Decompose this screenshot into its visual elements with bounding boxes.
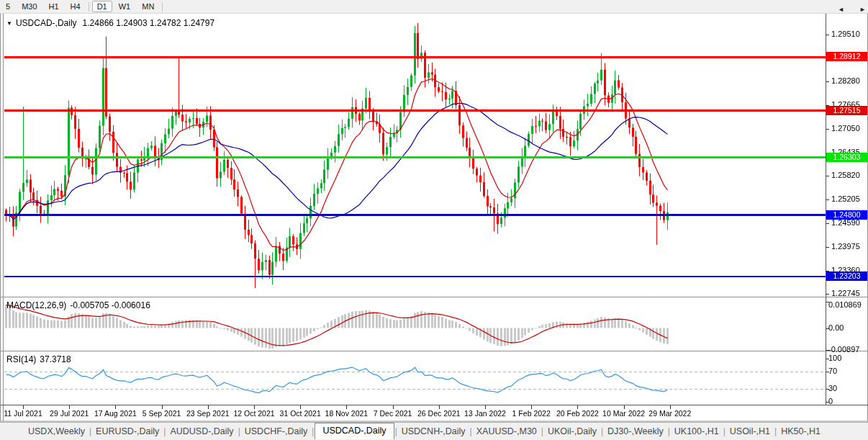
tab-dj30-weekly[interactable]: DJ30-,Weekly xyxy=(604,424,667,439)
price-tag-support-upper: 1.24800 xyxy=(826,210,867,220)
timeframe-button-w1[interactable]: W1 xyxy=(114,1,136,12)
macd-axis-tick: 0.010869 xyxy=(828,300,862,310)
rsi-indicator-label: RSI(14)37.3718 xyxy=(6,354,71,364)
tab-ukoil-daily[interactable]: UKOil-,Daily xyxy=(544,424,600,439)
chart-canvas[interactable] xyxy=(0,0,868,440)
tab-xauusd-m30[interactable]: XAUUSD-,M30 xyxy=(473,424,541,439)
tab-separator: | xyxy=(89,426,91,436)
tab-usdx-weekly[interactable]: USDX,Weekly xyxy=(24,424,89,439)
price-axis-tick: 1.24590 xyxy=(831,218,860,228)
price-axis-tick: 1.22745 xyxy=(831,289,860,298)
tab-audusd-daily[interactable]: AUDUSD-,Daily xyxy=(166,424,237,439)
price-axis-tick: 1.29510 xyxy=(831,30,860,39)
date-axis-label: 18 Nov 2021 xyxy=(325,409,369,418)
date-axis-label: 10 Mar 2022 xyxy=(602,409,645,418)
rsi-axis-tick: 100 xyxy=(828,354,841,363)
price-axis-tick: 1.25820 xyxy=(831,171,860,180)
chevron-down-icon: ▼ xyxy=(6,20,12,27)
tab-separator: | xyxy=(395,426,397,436)
date-axis-label: 29 Mar 2022 xyxy=(648,409,691,418)
date-axis-label: 13 Jan 2022 xyxy=(464,409,506,418)
tab-separator: | xyxy=(668,426,670,436)
chart-symbol-period: USDCAD-,Daily xyxy=(16,18,77,28)
tab-separator: | xyxy=(470,426,472,436)
timeframe-button-d1[interactable]: D1 xyxy=(92,1,112,12)
tab-usoil-h1[interactable]: USOil-,H1 xyxy=(726,424,774,439)
tab-scroll-left-icon[interactable]: ◄ xyxy=(838,6,844,13)
rsi-axis-tick: 0 xyxy=(828,397,833,406)
price-axis-tick: 1.27050 xyxy=(831,124,860,133)
timeframe-button-h1[interactable]: H1 xyxy=(44,1,64,12)
date-axis-label: 20 Feb 2022 xyxy=(556,409,599,418)
tab-separator: | xyxy=(723,426,725,436)
timeframe-button-m30[interactable]: M30 xyxy=(17,1,42,12)
timeframe-button-5[interactable]: 5 xyxy=(1,1,15,12)
date-axis-label: 17 Aug 2021 xyxy=(94,409,137,418)
timeframe-button-mn[interactable]: MN xyxy=(137,1,159,12)
rsi-value: 37.3718 xyxy=(40,354,71,364)
rsi-axis-tick: 70 xyxy=(828,367,837,376)
price-axis-tick: 1.25205 xyxy=(831,194,860,204)
date-axis-label: 12 Oct 2021 xyxy=(233,409,274,418)
date-axis-label: 29 Jul 2021 xyxy=(50,409,89,418)
tab-hk50-h1[interactable]: HK50-,H1 xyxy=(777,424,824,439)
tab-scroll-right-icon[interactable]: ► xyxy=(859,6,866,13)
tab-separator: | xyxy=(601,426,603,436)
tab-usdchf-daily[interactable]: USDCHF-,Daily xyxy=(241,424,312,439)
macd-values: -0.005705 -0.006016 xyxy=(70,300,150,310)
price-axis-tick: 1.28280 xyxy=(831,76,860,86)
chart-ohlc-quote: 1.24866 1.24903 1.24782 1.24797 xyxy=(83,18,215,28)
tab-usdcnh-daily[interactable]: USDCNH-,Daily xyxy=(398,424,469,439)
macd-name: MACD(12,26,9) xyxy=(6,300,66,310)
toolbar-separator xyxy=(162,2,163,12)
tab-uk100-h1[interactable]: UK100-,H1 xyxy=(671,424,723,439)
rsi-axis-tick: 30 xyxy=(828,384,837,393)
date-axis-label: 5 Sep 2021 xyxy=(143,409,181,418)
hline-resistance-lower[interactable] xyxy=(4,109,826,112)
macd-indicator-label: MACD(12,26,9)-0.005705 -0.006016 xyxy=(6,300,150,310)
date-axis-label: 31 Oct 2021 xyxy=(280,409,321,418)
tab-separator: | xyxy=(774,426,777,436)
toolbar-separator xyxy=(89,2,89,12)
hline-resistance-upper[interactable] xyxy=(4,56,826,58)
macd-axis-tick: 0.00 xyxy=(828,323,844,333)
date-axis-label: 11 Jul 2021 xyxy=(4,409,42,418)
rsi-name: RSI(14) xyxy=(6,354,36,364)
hline-support-lower[interactable] xyxy=(4,276,826,277)
tab-separator: | xyxy=(238,426,240,436)
timeframe-toolbar: 5M30H1H4D1W1MN xyxy=(0,0,868,14)
price-tag-support-lower: 1.23203 xyxy=(826,271,867,281)
tab-separator: | xyxy=(541,426,543,436)
date-axis-label: 7 Dec 2021 xyxy=(374,409,412,418)
tab-eurusd-daily[interactable]: EURUSD-,Daily xyxy=(92,424,163,439)
tab-separator: | xyxy=(312,426,314,436)
date-axis-label: 1 Feb 2022 xyxy=(512,409,551,418)
tab-usdcad-daily[interactable]: USDCAD-,Daily xyxy=(315,423,394,439)
chart-title: ▼USDCAD-,Daily1.24866 1.24903 1.24782 1.… xyxy=(6,18,214,28)
price-tag-resistance-upper: 1.28912 xyxy=(826,52,867,61)
hline-pivot-green[interactable] xyxy=(4,156,826,158)
tab-separator: | xyxy=(163,426,166,436)
price-tag-pivot-green: 1.26303 xyxy=(826,153,867,162)
symbol-tabbar: USDX,Weekly|EURUSD-,Daily|AUDUSD-,Daily|… xyxy=(0,422,868,440)
price-axis-tick: 1.23975 xyxy=(831,242,860,251)
timeframe-button-h4[interactable]: H4 xyxy=(65,1,86,12)
date-axis-label: 23 Sep 2021 xyxy=(186,409,230,418)
price-tag-resistance-lower: 1.27515 xyxy=(826,106,867,115)
date-axis-label: 26 Dec 2021 xyxy=(417,409,461,418)
hline-support-upper[interactable] xyxy=(4,214,826,216)
